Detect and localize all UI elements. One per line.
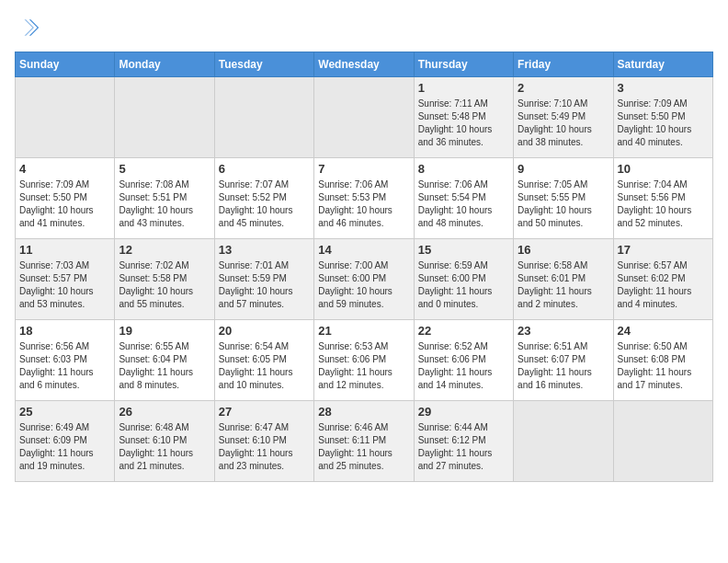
calendar-cell: 28Sunrise: 6:46 AM Sunset: 6:11 PM Dayli… bbox=[314, 401, 414, 482]
day-info: Sunrise: 6:46 AM Sunset: 6:11 PM Dayligh… bbox=[318, 421, 409, 473]
weekday-header: Saturday bbox=[613, 52, 712, 77]
calendar-cell: 9Sunrise: 7:05 AM Sunset: 5:55 PM Daylig… bbox=[514, 158, 613, 239]
day-number: 2 bbox=[518, 81, 609, 95]
day-info: Sunrise: 7:04 AM Sunset: 5:56 PM Dayligh… bbox=[618, 178, 709, 230]
day-info: Sunrise: 6:48 AM Sunset: 6:10 PM Dayligh… bbox=[119, 421, 210, 473]
weekday-header: Tuesday bbox=[214, 52, 313, 77]
calendar-cell: 5Sunrise: 7:08 AM Sunset: 5:51 PM Daylig… bbox=[115, 158, 214, 239]
page-header bbox=[15, 15, 713, 40]
calendar-cell: 23Sunrise: 6:51 AM Sunset: 6:07 PM Dayli… bbox=[514, 320, 613, 401]
calendar-week-row: 1Sunrise: 7:11 AM Sunset: 5:48 PM Daylig… bbox=[16, 77, 713, 158]
day-info: Sunrise: 7:07 AM Sunset: 5:52 PM Dayligh… bbox=[219, 178, 310, 230]
day-number: 18 bbox=[19, 324, 110, 338]
day-number: 8 bbox=[418, 162, 509, 176]
day-info: Sunrise: 6:49 AM Sunset: 6:09 PM Dayligh… bbox=[19, 421, 110, 473]
day-info: Sunrise: 6:59 AM Sunset: 6:00 PM Dayligh… bbox=[418, 259, 509, 311]
day-number: 7 bbox=[318, 162, 409, 176]
day-number: 27 bbox=[219, 405, 310, 419]
logo bbox=[15, 15, 44, 40]
day-number: 25 bbox=[19, 405, 110, 419]
calendar-cell bbox=[214, 77, 313, 158]
day-info: Sunrise: 7:03 AM Sunset: 5:57 PM Dayligh… bbox=[19, 259, 110, 311]
calendar-cell: 26Sunrise: 6:48 AM Sunset: 6:10 PM Dayli… bbox=[115, 401, 214, 482]
weekday-header: Wednesday bbox=[314, 52, 414, 77]
calendar-cell: 3Sunrise: 7:09 AM Sunset: 5:50 PM Daylig… bbox=[613, 77, 712, 158]
day-number: 23 bbox=[518, 324, 609, 338]
calendar-cell: 25Sunrise: 6:49 AM Sunset: 6:09 PM Dayli… bbox=[16, 401, 115, 482]
day-number: 1 bbox=[418, 81, 509, 95]
logo-icon bbox=[15, 15, 40, 40]
day-number: 24 bbox=[618, 324, 709, 338]
day-info: Sunrise: 6:47 AM Sunset: 6:10 PM Dayligh… bbox=[219, 421, 310, 473]
day-number: 22 bbox=[418, 324, 509, 338]
day-info: Sunrise: 6:57 AM Sunset: 6:02 PM Dayligh… bbox=[618, 259, 709, 311]
day-number: 3 bbox=[618, 81, 709, 95]
calendar-cell: 16Sunrise: 6:58 AM Sunset: 6:01 PM Dayli… bbox=[514, 239, 613, 320]
calendar-cell: 6Sunrise: 7:07 AM Sunset: 5:52 PM Daylig… bbox=[214, 158, 313, 239]
calendar-cell: 12Sunrise: 7:02 AM Sunset: 5:58 PM Dayli… bbox=[115, 239, 214, 320]
weekday-header: Thursday bbox=[414, 52, 513, 77]
calendar-cell: 1Sunrise: 7:11 AM Sunset: 5:48 PM Daylig… bbox=[414, 77, 513, 158]
calendar-week-row: 25Sunrise: 6:49 AM Sunset: 6:09 PM Dayli… bbox=[16, 401, 713, 482]
day-info: Sunrise: 7:08 AM Sunset: 5:51 PM Dayligh… bbox=[119, 178, 210, 230]
calendar-cell bbox=[16, 77, 115, 158]
day-info: Sunrise: 7:05 AM Sunset: 5:55 PM Dayligh… bbox=[518, 178, 609, 230]
day-number: 10 bbox=[618, 162, 709, 176]
calendar-week-row: 18Sunrise: 6:56 AM Sunset: 6:03 PM Dayli… bbox=[16, 320, 713, 401]
day-number: 14 bbox=[318, 243, 409, 257]
calendar-cell: 18Sunrise: 6:56 AM Sunset: 6:03 PM Dayli… bbox=[16, 320, 115, 401]
calendar-cell bbox=[314, 77, 414, 158]
day-info: Sunrise: 7:10 AM Sunset: 5:49 PM Dayligh… bbox=[518, 98, 609, 149]
day-number: 19 bbox=[119, 324, 210, 338]
day-number: 29 bbox=[418, 405, 509, 419]
day-info: Sunrise: 6:53 AM Sunset: 6:06 PM Dayligh… bbox=[318, 340, 409, 392]
day-info: Sunrise: 7:06 AM Sunset: 5:54 PM Dayligh… bbox=[418, 178, 509, 230]
day-number: 16 bbox=[518, 243, 609, 257]
day-number: 20 bbox=[219, 324, 310, 338]
day-number: 6 bbox=[219, 162, 310, 176]
calendar-cell bbox=[613, 401, 712, 482]
day-number: 12 bbox=[119, 243, 210, 257]
day-number: 11 bbox=[19, 243, 110, 257]
calendar-cell: 24Sunrise: 6:50 AM Sunset: 6:08 PM Dayli… bbox=[613, 320, 712, 401]
calendar-cell: 14Sunrise: 7:00 AM Sunset: 6:00 PM Dayli… bbox=[314, 239, 414, 320]
day-number: 9 bbox=[518, 162, 609, 176]
calendar-cell: 22Sunrise: 6:52 AM Sunset: 6:06 PM Dayli… bbox=[414, 320, 513, 401]
day-number: 13 bbox=[219, 243, 310, 257]
weekday-header: Friday bbox=[514, 52, 613, 77]
day-info: Sunrise: 6:50 AM Sunset: 6:08 PM Dayligh… bbox=[618, 340, 709, 392]
svg-rect-0 bbox=[15, 15, 40, 40]
day-info: Sunrise: 6:58 AM Sunset: 6:01 PM Dayligh… bbox=[518, 259, 609, 311]
calendar-table: SundayMondayTuesdayWednesdayThursdayFrid… bbox=[15, 52, 713, 482]
day-info: Sunrise: 7:01 AM Sunset: 5:59 PM Dayligh… bbox=[219, 259, 310, 311]
calendar-cell: 17Sunrise: 6:57 AM Sunset: 6:02 PM Dayli… bbox=[613, 239, 712, 320]
day-info: Sunrise: 7:02 AM Sunset: 5:58 PM Dayligh… bbox=[119, 259, 210, 311]
calendar-cell bbox=[115, 77, 214, 158]
calendar-cell: 11Sunrise: 7:03 AM Sunset: 5:57 PM Dayli… bbox=[16, 239, 115, 320]
calendar-cell: 20Sunrise: 6:54 AM Sunset: 6:05 PM Dayli… bbox=[214, 320, 313, 401]
calendar-week-row: 4Sunrise: 7:09 AM Sunset: 5:50 PM Daylig… bbox=[16, 158, 713, 239]
day-info: Sunrise: 7:00 AM Sunset: 6:00 PM Dayligh… bbox=[318, 259, 409, 311]
day-number: 15 bbox=[418, 243, 509, 257]
calendar-week-row: 11Sunrise: 7:03 AM Sunset: 5:57 PM Dayli… bbox=[16, 239, 713, 320]
calendar-cell: 27Sunrise: 6:47 AM Sunset: 6:10 PM Dayli… bbox=[214, 401, 313, 482]
calendar-cell: 4Sunrise: 7:09 AM Sunset: 5:50 PM Daylig… bbox=[16, 158, 115, 239]
calendar-cell: 19Sunrise: 6:55 AM Sunset: 6:04 PM Dayli… bbox=[115, 320, 214, 401]
calendar-cell: 15Sunrise: 6:59 AM Sunset: 6:00 PM Dayli… bbox=[414, 239, 513, 320]
day-number: 17 bbox=[618, 243, 709, 257]
day-number: 28 bbox=[318, 405, 409, 419]
day-number: 5 bbox=[119, 162, 210, 176]
calendar-cell: 21Sunrise: 6:53 AM Sunset: 6:06 PM Dayli… bbox=[314, 320, 414, 401]
calendar-header-row: SundayMondayTuesdayWednesdayThursdayFrid… bbox=[16, 52, 713, 77]
day-info: Sunrise: 6:52 AM Sunset: 6:06 PM Dayligh… bbox=[418, 340, 509, 392]
day-info: Sunrise: 7:09 AM Sunset: 5:50 PM Dayligh… bbox=[618, 98, 709, 149]
calendar-cell: 2Sunrise: 7:10 AM Sunset: 5:49 PM Daylig… bbox=[514, 77, 613, 158]
day-number: 4 bbox=[19, 162, 110, 176]
weekday-header: Sunday bbox=[16, 52, 115, 77]
day-info: Sunrise: 7:06 AM Sunset: 5:53 PM Dayligh… bbox=[318, 178, 409, 230]
day-info: Sunrise: 6:55 AM Sunset: 6:04 PM Dayligh… bbox=[119, 340, 210, 392]
day-info: Sunrise: 7:09 AM Sunset: 5:50 PM Dayligh… bbox=[19, 178, 110, 230]
day-number: 21 bbox=[318, 324, 409, 338]
day-info: Sunrise: 6:56 AM Sunset: 6:03 PM Dayligh… bbox=[19, 340, 110, 392]
day-info: Sunrise: 6:51 AM Sunset: 6:07 PM Dayligh… bbox=[518, 340, 609, 392]
